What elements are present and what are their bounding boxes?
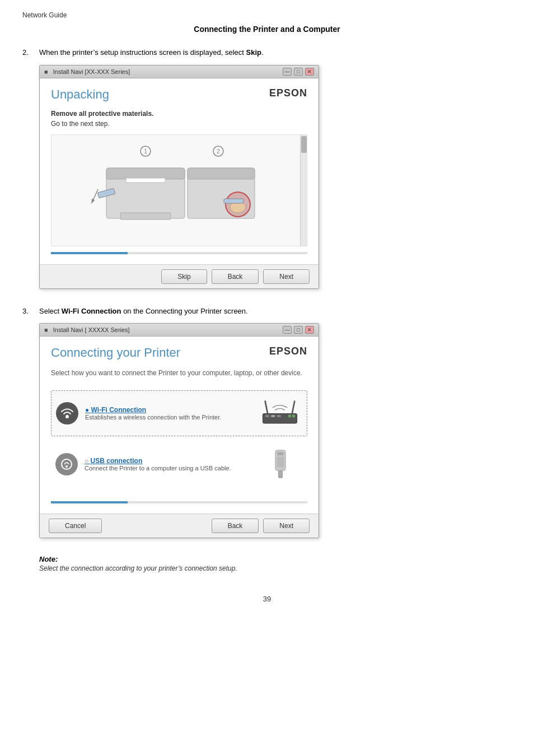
header-title: Network Guide [22,11,67,19]
skip-button[interactable]: Skip [161,269,207,284]
close-icon[interactable]: ✕ [305,68,314,76]
svg-text:1: 1 [144,148,147,155]
page-header: Network Guide [22,11,512,19]
step-2-content: When the printer’s setup instructions sc… [39,47,512,289]
svg-point-25 [62,459,72,469]
svg-point-22 [292,414,295,417]
svg-rect-11 [188,168,255,179]
connecting-titlebar: ■ Install Navi [ XXXXX Series] — □ ✕ [40,324,318,337]
progress-bar-1 [51,252,307,254]
router-image-area [257,396,302,430]
progress-bar-2 [51,501,307,503]
wifi-option-text: Wi-Fi Connection Establishes a wireless … [85,406,221,421]
svg-rect-28 [278,452,284,455]
titlebar-text: Install Navi [XX-XXX Series] [53,68,130,75]
progress-fill-2 [51,501,128,503]
step-2-text-before: When the printer’s setup instructions sc… [39,48,246,57]
next-button-1[interactable]: Next [263,269,310,284]
instruction-2: Go to the next step. [51,120,307,128]
svg-rect-6 [120,213,171,220]
connecting-desc: Select how you want to connect the Print… [51,368,307,378]
back-button-2[interactable]: Back [212,519,259,533]
usb-option-text: USB connection Connect the Printer to a … [85,457,231,472]
back-button-1[interactable]: Back [212,269,259,284]
note-text: Select the connection according to your … [39,564,512,572]
step-3-text-after: on the Connecting your Printer screen. [121,307,248,315]
unpacking-header-row: Unpacking EPSON [51,87,307,102]
svg-point-21 [288,414,291,417]
epson-logo-1: EPSON [269,87,307,99]
connecting-footer: Cancel Back Next [40,514,318,538]
svg-rect-29 [277,456,284,466]
svg-point-26 [65,465,68,468]
titlebar-icons-2: — □ ✕ [283,326,314,334]
svg-line-24 [292,401,294,413]
connection-options: Wi-Fi Connection Establishes a wireless … [51,386,307,497]
connecting-section-title: Connecting your Printer [51,346,180,360]
progress-fill-1 [51,252,128,254]
connecting-header-row: Connecting your Printer EPSON [51,346,307,360]
minimize-icon-2[interactable]: — [283,326,292,334]
step-3: 3. Select Wi-Fi Connection on the Connec… [22,306,512,539]
wifi-icon-circle [56,402,78,424]
note-section: Note: Select the connection according to… [39,555,512,572]
next-button-2[interactable]: Next [263,519,310,533]
usb-drive-svg [269,449,292,480]
unpacking-footer: Skip Back Next [40,264,318,288]
usb-option-name[interactable]: USB connection [85,457,231,465]
wifi-option-name[interactable]: Wi-Fi Connection [85,406,221,414]
svg-rect-7 [126,178,165,183]
step-3-text-before: Select [39,307,62,315]
step-2: 2. When the printer’s setup instructions… [22,47,512,289]
usb-icon [59,456,74,472]
svg-rect-14 [224,199,243,203]
step-3-text: Select Wi-Fi Connection on the Connectin… [39,306,512,317]
scrollbar-1[interactable] [300,135,307,246]
scrollbar-thumb-1 [301,136,307,153]
usb-icon-circle [55,453,78,475]
usb-image-area [258,447,303,481]
wifi-option-desc: Establishes a wireless connection with t… [85,414,221,421]
svg-rect-19 [271,415,275,417]
page-number: 39 [22,595,512,603]
svg-line-23 [265,401,268,413]
connecting-content: Connecting your Printer EPSON Select how… [40,337,318,514]
instruction-1: Remove all protective materials. [51,110,307,118]
svg-text:2: 2 [217,148,220,155]
step-2-text: When the printer’s setup instructions sc… [39,47,512,58]
step-2-bold: Skip [246,48,261,57]
printer-unpack-svg: 1 2 [90,140,269,241]
svg-rect-30 [278,470,282,478]
svg-point-16 [65,415,69,418]
cancel-button[interactable]: Cancel [49,519,102,533]
restore-icon[interactable]: □ [294,68,303,76]
step-3-content: Select Wi-Fi Connection on the Connectin… [39,306,512,539]
minimize-icon[interactable]: — [283,68,292,76]
page-title: Connecting the Printer and a Computer [22,25,512,34]
svg-line-9 [92,189,98,202]
titlebar-icons: — □ ✕ [283,68,314,76]
usb-option-desc: Connect the Printer to a computer using … [85,465,231,472]
close-icon-2[interactable]: ✕ [305,326,314,334]
unpacking-window: ■ Install Navi [XX-XXX Series] — □ ✕ Unp… [39,65,319,289]
titlebar-text-2: Install Navi [ XXXXX Series] [53,326,130,333]
router-svg [260,398,299,429]
wifi-option[interactable]: Wi-Fi Connection Establishes a wireless … [51,390,307,436]
unpacking-illustration: 1 2 [51,134,307,246]
svg-rect-18 [265,415,269,417]
usb-option[interactable]: USB connection Connect the Printer to a … [51,442,307,487]
connecting-window: ■ Install Navi [ XXXXX Series] — □ ✕ Con… [39,323,319,538]
unpacking-content: Unpacking EPSON Remove all protective ma… [40,78,318,264]
note-label: Note: [39,555,512,563]
epson-logo-2: EPSON [269,346,307,357]
step-2-text-after: . [261,48,264,57]
restore-icon-2[interactable]: □ [294,326,303,334]
step-3-bold: Wi-Fi Connection [62,307,121,315]
step-3-number: 3. [22,306,39,315]
step-2-number: 2. [22,47,39,57]
svg-rect-20 [277,415,281,417]
unpacking-titlebar: ■ Install Navi [XX-XXX Series] — □ ✕ [40,66,318,78]
titlebar-title-2: ■ Install Navi [ XXXXX Series] [44,326,130,333]
svg-rect-5 [106,168,185,179]
wifi-icon [59,405,75,421]
